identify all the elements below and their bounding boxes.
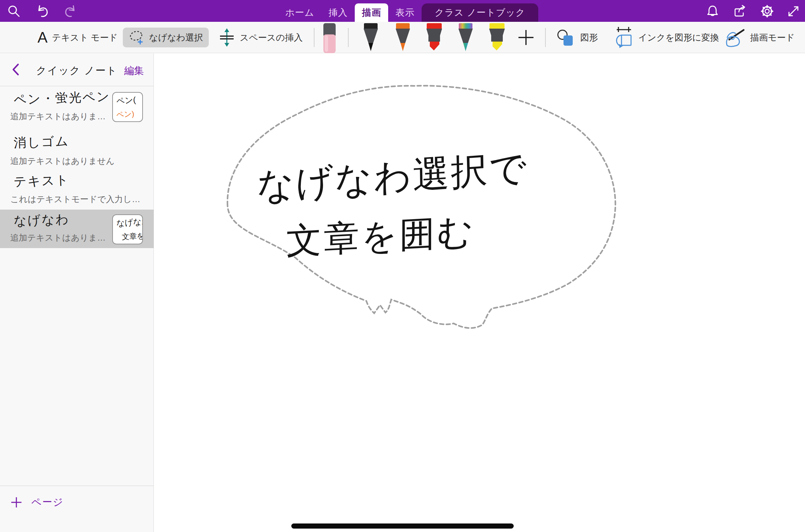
text-mode-a-icon: A [38, 29, 47, 46]
top-app-bar: ホーム 挿入 描画 表示 クラス ノートブック [0, 0, 805, 22]
sidebar-header: クイック ノート 編集 [0, 54, 153, 86]
tab-home[interactable]: ホーム [278, 3, 321, 22]
page-subtitle: 追加テキストはありま… [10, 232, 106, 243]
page-subtitle: これはテキストモードで入力し… [10, 194, 140, 205]
tab-class-notebook[interactable]: クラス ノートブック [422, 3, 538, 22]
page-thumbnail: なげなわ 文章を [112, 214, 143, 244]
add-page-label: ページ [31, 496, 63, 509]
toolbar-divider [348, 28, 349, 47]
toolbar-divider [545, 28, 546, 47]
lasso-select-label: なげなわ選択 [149, 32, 203, 44]
ink-to-shape-button[interactable]: インクを図形に変換 [613, 22, 719, 53]
share-icon[interactable] [733, 4, 747, 18]
page-list-sidebar: クイック ノート 編集 ペン・蛍光ペン 追加テキストはありま… ペン( ペン) … [0, 54, 154, 532]
insert-space-icon [218, 28, 235, 47]
tab-draw[interactable]: 描画 [355, 3, 388, 22]
text-mode-label: テキスト モード [52, 32, 118, 44]
ink-to-shape-label: インクを図形に変換 [638, 32, 719, 44]
page-subtitle: 追加テキストはありま… [10, 111, 106, 122]
page-thumbnail: ペン( ペン) [112, 92, 143, 122]
draw-toolbar: A テキスト モード なげなわ選択 スペースの挿入 [0, 22, 805, 53]
settings-icon[interactable] [760, 4, 774, 18]
galaxy-pen-tool[interactable] [456, 23, 475, 52]
shapes-icon [557, 28, 576, 47]
search-icon[interactable] [7, 4, 21, 18]
add-pen-button[interactable] [517, 22, 535, 53]
page-title: テキスト [13, 171, 70, 191]
add-page-button[interactable]: ページ [10, 496, 153, 509]
lasso-select-button[interactable]: なげなわ選択 [123, 28, 209, 47]
yellow-highlighter-tool[interactable] [487, 23, 507, 52]
insert-space-button[interactable]: スペースの挿入 [218, 22, 303, 53]
toolbar-divider [314, 28, 314, 47]
lasso-selection-stroke[interactable] [228, 86, 615, 328]
tab-view[interactable]: 表示 [388, 3, 422, 22]
drawing-canvas[interactable]: なげなわ選択で 文章を囲む [154, 54, 805, 532]
page-title: なげなわ [13, 211, 70, 230]
undo-icon[interactable] [35, 4, 49, 18]
plus-icon [517, 29, 535, 46]
redo-icon[interactable] [63, 4, 78, 18]
draw-mode-button[interactable]: 描画モード [724, 22, 795, 53]
shapes-label: 図形 [580, 32, 598, 44]
page-list-item[interactable]: 消しゴム 追加テキストはありません [0, 133, 154, 170]
page-list-item[interactable]: ペン・蛍光ペン 追加テキストはありま… ペン( ペン) [0, 86, 154, 133]
page-list-item[interactable]: テキスト これはテキストモードで入力し… [0, 170, 154, 210]
page-list-item-selected[interactable]: なげなわ 追加テキストはありま… なげなわ 文章を [0, 210, 154, 248]
eraser-tool[interactable] [322, 23, 337, 53]
insert-space-label: スペースの挿入 [240, 32, 303, 44]
draw-mode-icon [724, 27, 746, 48]
red-marker-tool[interactable] [424, 23, 444, 52]
lasso-icon [129, 30, 145, 45]
black-pen-tool[interactable] [361, 23, 381, 52]
tab-insert[interactable]: 挿入 [321, 3, 355, 22]
handwritten-ink-line1: なげなわ選択で [257, 147, 528, 207]
shapes-button[interactable]: 図形 [557, 22, 598, 53]
plus-icon [10, 496, 23, 508]
page-subtitle: 追加テキストはありません [10, 155, 115, 167]
ink-layer: なげなわ選択で 文章を囲む [154, 54, 805, 532]
ink-to-shape-icon [613, 26, 634, 49]
text-mode-button[interactable]: A テキスト モード [38, 22, 118, 53]
orange-pen-tool[interactable] [393, 23, 413, 52]
handwritten-ink-line2: 文章を囲む [286, 211, 475, 261]
draw-mode-label: 描画モード [750, 32, 795, 44]
home-indicator[interactable] [291, 523, 514, 529]
ribbon-tabs: ホーム 挿入 描画 表示 クラス ノートブック [278, 3, 538, 22]
expand-icon[interactable] [786, 4, 801, 18]
page-title: ペン・蛍光ペン [13, 88, 111, 108]
page-title: 消しゴム [13, 133, 69, 152]
bell-icon[interactable] [705, 4, 720, 18]
add-page-area: ページ [0, 486, 153, 509]
edit-button[interactable]: 編集 [124, 64, 144, 78]
